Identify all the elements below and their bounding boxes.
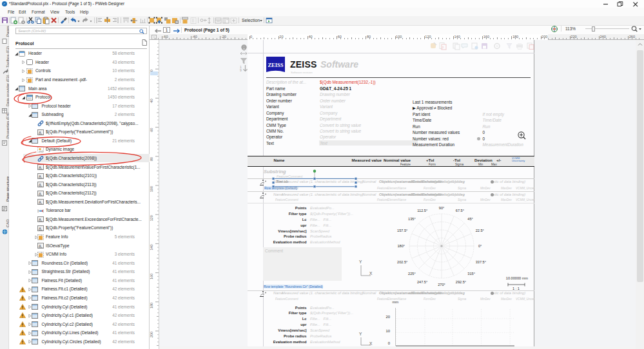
svg-text:9: 9 xyxy=(240,68,242,72)
